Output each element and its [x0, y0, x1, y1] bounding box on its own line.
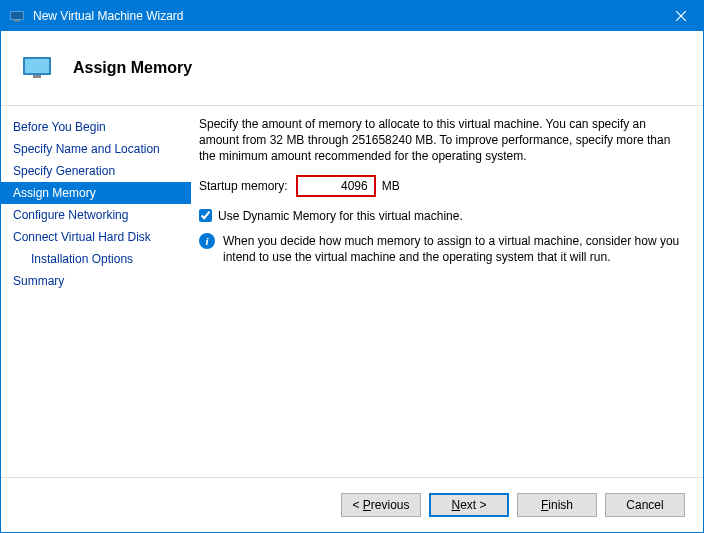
info-text: When you decide how much memory to assig… — [223, 233, 685, 265]
wizard-window: New Virtual Machine Wizard Assign Memory… — [0, 0, 704, 533]
previous-button[interactable]: < Previous — [341, 493, 421, 517]
sidebar-item-assign-memory[interactable]: Assign Memory — [1, 182, 191, 204]
close-button[interactable] — [658, 1, 703, 31]
dynamic-memory-checkbox[interactable] — [199, 209, 212, 222]
svg-rect-2 — [14, 20, 20, 22]
wizard-header: Assign Memory — [1, 31, 703, 106]
wizard-footer: < Previous Next > Finish Cancel — [1, 477, 703, 532]
cancel-button[interactable]: Cancel — [605, 493, 685, 517]
info-row: i When you decide how much memory to ass… — [199, 233, 685, 265]
sidebar-item-summary[interactable]: Summary — [1, 270, 191, 292]
svg-rect-7 — [33, 75, 41, 78]
wizard-body: Before You Begin Specify Name and Locati… — [1, 106, 703, 477]
info-icon: i — [199, 233, 215, 249]
sidebar-item-before-you-begin[interactable]: Before You Begin — [1, 116, 191, 138]
startup-memory-unit: MB — [382, 179, 400, 193]
dynamic-memory-label[interactable]: Use Dynamic Memory for this virtual mach… — [218, 209, 463, 223]
sidebar-item-connect-vhd[interactable]: Connect Virtual Hard Disk — [1, 226, 191, 248]
startup-memory-label: Startup memory: — [199, 179, 288, 193]
startup-memory-input[interactable] — [296, 175, 376, 197]
next-button[interactable]: Next > — [429, 493, 509, 517]
wizard-steps-sidebar: Before You Begin Specify Name and Locati… — [1, 106, 191, 477]
svg-rect-1 — [11, 12, 23, 19]
app-icon — [9, 8, 25, 24]
startup-memory-row: Startup memory: MB — [199, 175, 685, 197]
sidebar-item-configure-networking[interactable]: Configure Networking — [1, 204, 191, 226]
sidebar-item-specify-name[interactable]: Specify Name and Location — [1, 138, 191, 160]
sidebar-item-installation-options[interactable]: Installation Options — [1, 248, 191, 270]
wizard-content: Specify the amount of memory to allocate… — [191, 106, 703, 477]
window-title: New Virtual Machine Wizard — [33, 9, 658, 23]
sidebar-item-specify-generation[interactable]: Specify Generation — [1, 160, 191, 182]
header-monitor-icon — [21, 52, 53, 84]
svg-rect-6 — [25, 59, 49, 73]
dynamic-memory-row: Use Dynamic Memory for this virtual mach… — [199, 209, 685, 223]
finish-button[interactable]: Finish — [517, 493, 597, 517]
titlebar: New Virtual Machine Wizard — [1, 1, 703, 31]
description-text: Specify the amount of memory to allocate… — [199, 116, 685, 165]
page-title: Assign Memory — [73, 59, 192, 77]
